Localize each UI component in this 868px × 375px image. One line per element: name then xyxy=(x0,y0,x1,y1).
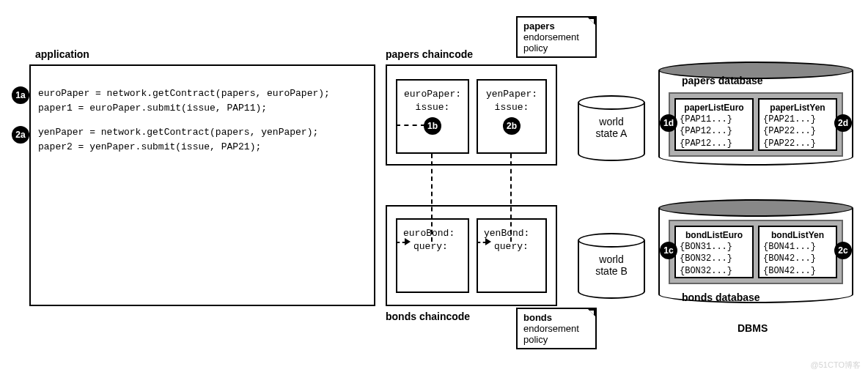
watermark: @51CTO博客 xyxy=(811,360,861,371)
papers-policy-note: papers endorsement policy xyxy=(516,16,597,58)
bondlist-yen: bondListYen {BON41...} {BON42...} {BON42… xyxy=(758,226,837,278)
bonds-policy-l3: policy xyxy=(523,334,589,345)
bonds-db-label: bonds database xyxy=(682,292,760,303)
papers-policy-l2: endorsement xyxy=(523,31,589,42)
list-item: {PAP12...} xyxy=(680,138,749,149)
papers-db-label: papers database xyxy=(682,75,763,86)
list-item: {PAP21...} xyxy=(763,114,832,125)
bonds-policy-title: bonds xyxy=(523,312,552,323)
papers-db-inner: paperListEuro {PAP11...} {PAP12...} {PAP… xyxy=(669,92,843,157)
code-block: euroPaper = network.getContract(papers, … xyxy=(38,86,330,154)
code-line: yenPaper = network.getContract(papers, y… xyxy=(38,125,330,140)
papers-chaincode-label: papers chaincode xyxy=(386,48,473,60)
papers-policy-l3: policy xyxy=(523,42,589,53)
dbms-label: DBMS xyxy=(738,322,768,334)
list-item: {PAP22...} xyxy=(763,138,832,149)
world-state-b-text: world state B xyxy=(578,253,645,277)
badge-2b: 2b xyxy=(503,117,521,135)
world-state-b-l1: world xyxy=(578,253,645,265)
yenbond-box: yenBond: query: xyxy=(477,218,547,293)
badge-2d: 2d xyxy=(834,114,852,132)
paperlist-euro-header: paperListEuro xyxy=(680,102,749,114)
paperlist-yen: paperListYen {PAP21...} {PAP22...} {PAP2… xyxy=(758,98,837,151)
list-item: {BON32...} xyxy=(680,265,749,277)
yenbond-name: yenBond: xyxy=(484,227,540,240)
europaper-box: euroPaper: issue: xyxy=(396,79,469,154)
paperlist-yen-header: paperListYen xyxy=(763,102,832,114)
bonds-chaincode-label: bonds chaincode xyxy=(386,311,470,322)
list-item: {BON41...} xyxy=(763,241,832,253)
list-item: {PAP12...} xyxy=(680,125,749,137)
eurobond-box: euroBond: query: xyxy=(396,218,469,293)
europaper-fn: issue: xyxy=(397,101,468,114)
yenpaper-name: yenPaper: xyxy=(478,88,545,101)
europaper-name: euroPaper: xyxy=(397,88,468,101)
list-item: {BON42...} xyxy=(763,265,832,277)
badge-2c: 2c xyxy=(834,242,852,259)
world-state-b-l2: state B xyxy=(578,265,645,277)
arrow-icon xyxy=(485,238,491,245)
list-item: {BON42...} xyxy=(763,253,832,264)
list-item: {PAP22...} xyxy=(763,125,832,137)
eurobond-name: euroBond: xyxy=(403,227,462,240)
badge-1d: 1d xyxy=(660,114,677,132)
dash-connector xyxy=(431,154,433,242)
arrow-icon xyxy=(405,238,411,245)
world-state-a-text: world state A xyxy=(578,116,645,139)
papers-policy-title: papers xyxy=(523,21,555,31)
badge-2a: 2a xyxy=(12,126,29,144)
badge-1b: 1b xyxy=(424,117,441,135)
badge-1c: 1c xyxy=(660,242,677,259)
list-item: {PAP11...} xyxy=(680,114,749,125)
bondlist-yen-header: bondListYen xyxy=(763,229,832,241)
list-item: {BON31...} xyxy=(680,241,749,253)
paperlist-euro: paperListEuro {PAP11...} {PAP12...} {PAP… xyxy=(674,98,754,151)
bondlist-euro: bondListEuro {BON31...} {BON32...} {BON3… xyxy=(674,226,754,278)
yenpaper-fn: issue: xyxy=(478,101,545,114)
bonds-db-inner: bondListEuro {BON31...} {BON32...} {BON3… xyxy=(669,220,843,284)
list-item: {BON32...} xyxy=(680,253,749,264)
bondlist-euro-header: bondListEuro xyxy=(680,229,749,241)
world-state-a-l2: state A xyxy=(578,127,645,139)
code-line: paper2 = yenPaper.submit(issue, PAP21); xyxy=(38,140,330,155)
yenbond-fn: query: xyxy=(484,240,540,253)
dash-connector xyxy=(396,125,425,126)
code-line: paper1 = euroPaper.submit(issue, PAP11); xyxy=(38,101,330,116)
badge-1a: 1a xyxy=(12,86,29,104)
eurobond-fn: query: xyxy=(403,240,462,253)
yenpaper-box: yenPaper: issue: xyxy=(477,79,547,154)
world-state-a-l1: world xyxy=(578,116,645,127)
dash-connector xyxy=(510,154,512,242)
bonds-policy-l2: endorsement xyxy=(523,323,589,334)
bonds-policy-note: bonds endorsement policy xyxy=(516,308,597,349)
application-label: application xyxy=(35,48,89,60)
code-line: euroPaper = network.getContract(papers, … xyxy=(38,86,330,101)
